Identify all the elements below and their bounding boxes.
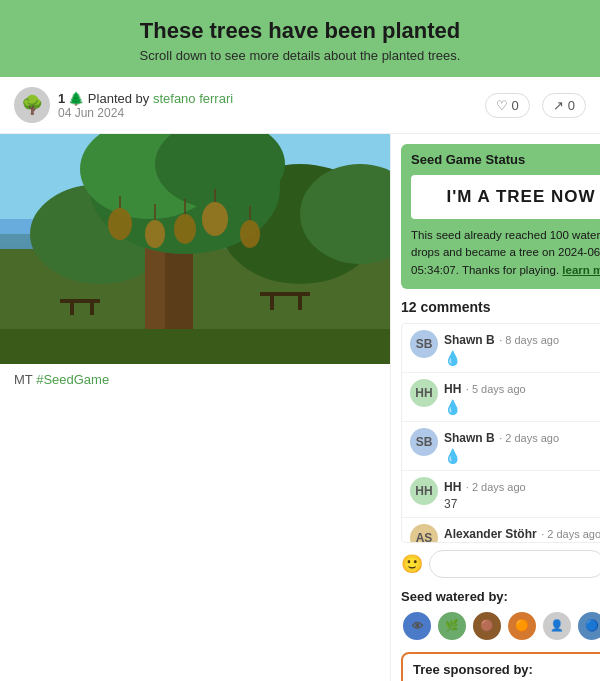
comments-list[interactable]: SB Shawn B · 8 days ago 💧 HH HH · 5 days… [401,323,600,543]
seed-status-text: This seed already reached 100 water drop… [411,227,600,279]
heart-icon: ♡ [496,98,508,113]
avatar: AS [410,524,438,543]
two-col-layout: MT #SeedGame Seed Game Status I'M A TREE… [0,134,600,681]
page-subtitle: Scroll down to see more details about th… [20,48,580,63]
main-content: 🌳 1 🌲 Planted by stefano ferrari 04 Jun … [0,77,600,681]
comment-body: Shawn B · 8 days ago 💧 [444,330,600,366]
list-item: HH HH · 2 days ago 37 [402,471,600,518]
comment-body: Alexander Stöhr · 2 days ago 🌱 [444,524,600,543]
comments-section: 12 comments SB Shawn B · 8 days ago 💧 HH [401,299,600,579]
tree-photo [0,134,390,364]
commenter-name: Shawn B [444,333,495,347]
avatar: 👤 [541,610,573,642]
post-meta: 🌳 1 🌲 Planted by stefano ferrari 04 Jun … [14,87,233,123]
commenter-name: HH [444,480,461,494]
comment-time: · 2 days ago [466,481,526,493]
comment-time: · 5 days ago [466,383,526,395]
comment-time: · 8 days ago [499,334,559,346]
share-icon: ↗ [553,98,564,113]
list-item: SB Shawn B · 2 days ago 💧 [402,422,600,471]
avatar: SB [410,330,438,358]
comment-content: 💧 [444,448,600,464]
avatar: SB [410,428,438,456]
comment-body: HH · 2 days ago 37 [444,477,600,511]
svg-point-19 [202,202,228,236]
commenter-name: HH [444,382,461,396]
share-button[interactable]: ↗ 0 [542,93,586,118]
post-actions: ♡ 0 ↗ 0 [485,93,586,118]
comments-title: 12 comments [401,299,600,315]
avatar: 🌿 [436,610,468,642]
commenter-name: Alexander Stöhr [444,527,537,541]
like-button[interactable]: ♡ 0 [485,93,530,118]
svg-rect-23 [60,299,100,303]
avatar: HH [410,379,438,407]
sponsor-section: Tree sponsored by: Stephan Neubauer [401,652,600,681]
comment-content: 💧 [444,399,600,415]
comment-content: 37 [444,497,600,511]
tree-count: 1 🌲 [58,91,84,106]
list-item: AS Alexander Stöhr · 2 days ago 🌱 [402,518,600,543]
sponsor-title: Tree sponsored by: [413,662,600,677]
seed-status-body: I'M A TREE NOW This seed already reached… [401,175,600,289]
svg-point-17 [174,214,196,244]
svg-rect-29 [0,329,390,364]
page-header: These trees have been planted Scroll dow… [0,0,600,77]
seed-status-badge: I'M A TREE NOW [411,175,600,219]
comment-time: · 2 days ago [541,528,600,540]
left-column: MT #SeedGame [0,134,390,395]
right-column: Seed Game Status I'M A TREE NOW This see… [390,134,600,681]
svg-rect-24 [70,303,74,315]
hashtag-line: MT #SeedGame [0,364,390,395]
post-info: 1 🌲 Planted by stefano ferrari 04 Jun 20… [58,91,233,120]
comment-input[interactable] [429,550,600,578]
author-avatar: 🌳 [14,87,50,123]
avatar: 🟤 [471,610,503,642]
watered-by-section: Seed watered by: 👁 🌿 🟤 🟠 👤 🔵 +94 [401,589,600,642]
svg-rect-27 [270,296,274,310]
post-header: 🌳 1 🌲 Planted by stefano ferrari 04 Jun … [0,77,600,134]
comment-input-row: 🙂 ▼ [401,549,600,579]
svg-rect-26 [260,292,310,296]
list-item: HH HH · 5 days ago 💧 [402,373,600,422]
svg-rect-28 [298,296,302,310]
learn-more-link[interactable]: learn more. [562,264,600,276]
seed-game-status-box: Seed Game Status I'M A TREE NOW This see… [401,144,600,289]
post-date: 04 Jun 2024 [58,106,233,120]
share-count: 0 [568,98,575,113]
like-count: 0 [512,98,519,113]
watered-by-title: Seed watered by: [401,589,600,604]
svg-point-13 [108,208,132,240]
avatar: 🔵 [576,610,600,642]
comment-content: 💧 [444,350,600,366]
svg-point-15 [145,220,165,248]
plant-line: 1 🌲 Planted by stefano ferrari [58,91,233,106]
emoji-icon: 🙂 [401,553,423,575]
avatar: 🟠 [506,610,538,642]
comment-body: HH · 5 days ago 💧 [444,379,600,415]
hashtag-link[interactable]: #SeedGame [36,372,109,387]
list-item: SB Shawn B · 8 days ago 💧 [402,324,600,373]
svg-rect-25 [90,303,94,315]
comment-body: Shawn B · 2 days ago 💧 [444,428,600,464]
avatar: HH [410,477,438,505]
watered-avatars: 👁 🌿 🟤 🟠 👤 🔵 +94 [401,610,600,642]
seed-status-header: Seed Game Status [401,144,600,175]
page-title: These trees have been planted [20,18,580,44]
svg-point-21 [240,220,260,248]
comment-time: · 2 days ago [499,432,559,444]
author-link[interactable]: stefano ferrari [153,91,233,106]
avatar: 👁 [401,610,433,642]
commenter-name: Shawn B [444,431,495,445]
